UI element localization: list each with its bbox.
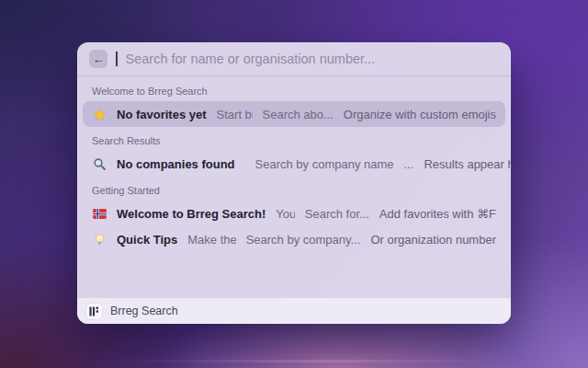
- item-right-accessory: Or organization number: [370, 233, 496, 247]
- item-right-accessory: Results appear here: [424, 157, 511, 171]
- item-right-accessory: Organize with custom emojis: [344, 108, 496, 121]
- norway-flag-icon: [92, 209, 107, 219]
- search-input[interactable]: [126, 52, 500, 66]
- item-title: No companies found: [117, 157, 235, 171]
- item-title: Quick Tips: [117, 233, 177, 247]
- list-section: Getting StartedWelcome to Brreg Search!Y…: [83, 177, 505, 252]
- back-button[interactable]: ←: [89, 50, 107, 68]
- item-accessory: ...: [404, 157, 414, 171]
- text-caret: [116, 52, 118, 66]
- list-item[interactable]: No companies foundTry adjusting your sea…: [83, 151, 505, 177]
- item-subtitle: Make the most of your search experience: [187, 233, 235, 247]
- launcher-window: ← Welcome to Brreg SearchNo favorites ye…: [77, 42, 511, 324]
- lightbulb-icon: [92, 233, 107, 247]
- item-subtitle: Start building your collection of compan…: [217, 108, 253, 121]
- app-name-label: Brreg Search: [110, 305, 178, 317]
- section-title: Search Results: [83, 127, 505, 151]
- item-title: Welcome to Brreg Search!: [117, 207, 266, 221]
- magnifier-icon: [92, 157, 107, 171]
- item-accessory: Search for...: [305, 207, 369, 221]
- list-item[interactable]: Quick TipsMake the most of your search e…: [83, 226, 505, 252]
- item-right-accessory: Add favorites with ⌘F: [379, 207, 496, 221]
- item-accessory: Search abo...: [263, 108, 334, 121]
- list-item[interactable]: Welcome to Brreg Search!Your gateway to …: [83, 201, 505, 226]
- search-bar: ←: [77, 42, 511, 76]
- item-subtitle: Your gateway to Norwegian busines...: [276, 207, 294, 221]
- section-title: Getting Started: [83, 177, 505, 201]
- star-icon: [92, 108, 107, 121]
- section-title: Welcome to Brreg Search: [83, 77, 505, 101]
- results-list: Welcome to Brreg SearchNo favorites yetS…: [77, 76, 511, 297]
- list-section: Welcome to Brreg SearchNo favorites yetS…: [83, 77, 505, 127]
- list-section: Search ResultsNo companies foundTry adju…: [83, 127, 505, 177]
- item-accessory: Search by company...: [246, 233, 361, 247]
- list-item[interactable]: No favorites yetStart building your coll…: [83, 101, 505, 127]
- brreg-app-icon: [86, 304, 102, 319]
- wallpaper-highlight-band: [0, 360, 588, 362]
- item-title: No favorites yet: [117, 108, 207, 121]
- item-accessory: Search by company name: [255, 157, 394, 171]
- back-arrow-icon: ←: [93, 53, 105, 65]
- footer-bar: Brreg Search: [77, 297, 511, 324]
